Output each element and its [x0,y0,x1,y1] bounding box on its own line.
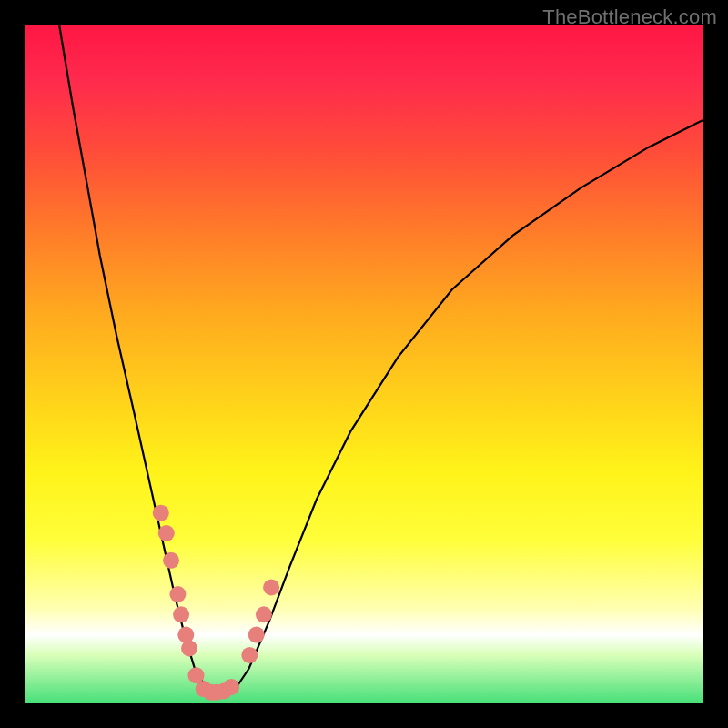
sample-point [169,586,186,602]
sample-point [158,525,175,541]
sample-points [153,505,279,701]
sample-point [181,641,197,657]
sample-point [153,505,169,521]
sample-point [256,606,272,622]
bottleneck-curve [59,25,703,694]
chart-frame: TheBottleneck.com [0,0,728,728]
curve-layer [25,25,703,703]
sample-point [263,580,279,596]
sample-point [223,679,239,695]
plot-area [25,25,703,703]
sample-point [163,552,179,569]
sample-point [173,606,189,622]
sample-point [248,627,265,643]
sample-point [241,647,258,663]
